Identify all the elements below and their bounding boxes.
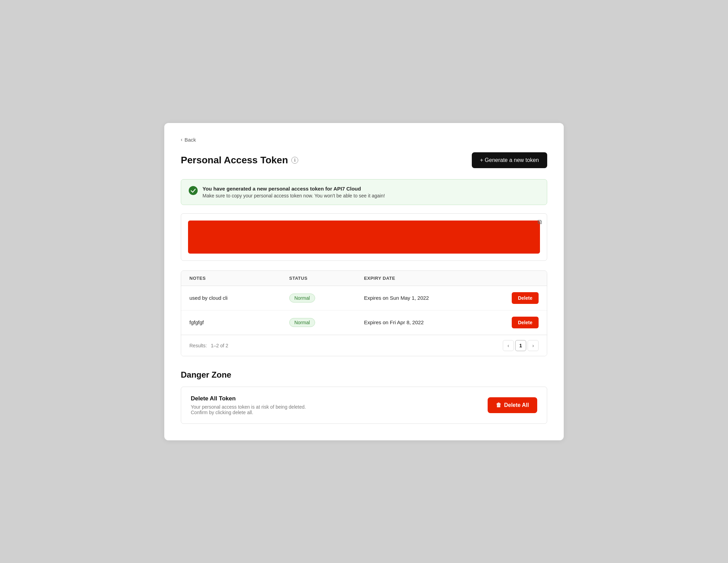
trash-icon: 🗑: [496, 402, 501, 408]
current-page-button[interactable]: 1: [515, 340, 526, 351]
col-header-status: STATUS: [289, 276, 364, 281]
pagination-row: Results: 1–2 of 2 ‹ 1 ›: [181, 335, 547, 356]
page-header: Personal Access Token ℹ + Generate a new…: [181, 152, 547, 168]
row2-status: Normal: [289, 318, 364, 327]
success-banner: You have generated a new personal access…: [181, 179, 547, 205]
results-text: Results: 1–2 of 2: [189, 343, 228, 348]
status-badge: Normal: [289, 318, 315, 327]
svg-point-0: [189, 186, 198, 195]
delete-all-button[interactable]: 🗑 Delete All: [488, 397, 537, 413]
pagination-controls: ‹ 1 ›: [503, 340, 539, 351]
table-row: used by cloud cli Normal Expires on Sun …: [181, 286, 547, 310]
table-header: NOTES STATUS EXPIRY DATE: [181, 271, 547, 286]
main-card: ‹ Back Personal Access Token ℹ + Generat…: [164, 123, 564, 440]
row1-notes: used by cloud cli: [189, 295, 289, 301]
danger-zone-section: Danger Zone Delete All Token Your person…: [181, 370, 547, 424]
danger-card: Delete All Token Your personal access to…: [181, 387, 547, 424]
title-area: Personal Access Token ℹ: [181, 155, 298, 166]
success-main-text: You have generated a new personal access…: [202, 186, 385, 192]
col-header-notes: NOTES: [189, 276, 289, 281]
back-label: Back: [185, 137, 196, 143]
back-link[interactable]: ‹ Back: [181, 137, 547, 143]
success-sub-text: Make sure to copy your personal access t…: [202, 193, 385, 198]
row1-status: Normal: [289, 294, 364, 303]
page-title: Personal Access Token: [181, 155, 288, 166]
info-icon[interactable]: ℹ: [291, 157, 298, 164]
success-banner-text: You have generated a new personal access…: [202, 186, 385, 198]
delete-button-row2[interactable]: Delete: [512, 317, 539, 328]
delete-all-label: Delete All: [504, 402, 529, 408]
status-badge: Normal: [289, 294, 315, 303]
col-header-expiry: EXPIRY DATE: [364, 276, 489, 281]
col-header-action: [489, 276, 539, 281]
table-row: fgfgfgf Normal Expires on Fri Apr 8, 202…: [181, 310, 547, 335]
back-chevron-icon: ‹: [181, 137, 183, 142]
row2-action: Delete: [489, 317, 539, 328]
danger-card-text: Delete All Token Your personal access to…: [191, 395, 306, 415]
success-check-icon: [189, 186, 198, 195]
row2-notes: fgfgfgf: [189, 319, 289, 325]
row2-expiry: Expires on Fri Apr 8, 2022: [364, 319, 489, 325]
prev-page-button[interactable]: ‹: [503, 340, 514, 351]
row1-expiry: Expires on Sun May 1, 2022: [364, 295, 489, 301]
tokens-table: NOTES STATUS EXPIRY DATE used by cloud c…: [181, 270, 547, 356]
danger-zone-title: Danger Zone: [181, 370, 547, 380]
token-box-wrapper: ⧉: [181, 213, 547, 261]
delete-button-row1[interactable]: Delete: [512, 292, 539, 304]
row1-action: Delete: [489, 292, 539, 304]
generate-token-button[interactable]: + Generate a new token: [472, 152, 547, 168]
token-display: [188, 221, 540, 254]
danger-card-desc: Your personal access token is at risk of…: [191, 404, 306, 415]
next-page-button[interactable]: ›: [528, 340, 539, 351]
copy-icon[interactable]: ⧉: [538, 218, 542, 226]
danger-card-heading: Delete All Token: [191, 395, 306, 402]
